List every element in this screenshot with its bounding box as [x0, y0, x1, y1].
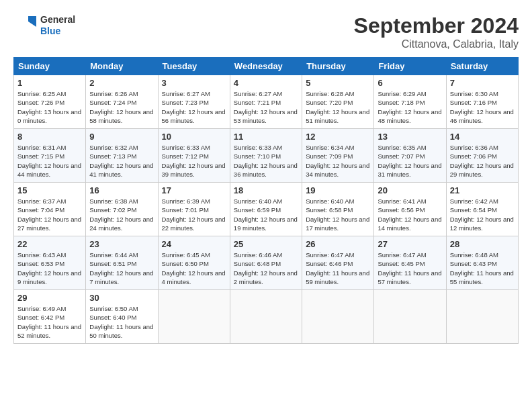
day-info: Sunrise: 6:35 AMSunset: 7:07 PMDaylight:… [378, 143, 442, 179]
logo: General Blue [13, 13, 75, 38]
day-number: 13 [378, 132, 442, 142]
day-number: 14 [450, 132, 515, 142]
calendar-cell [446, 290, 518, 344]
svg-marker-0 [28, 16, 36, 27]
location-title: Cittanova, Calabria, Italy [354, 38, 519, 50]
day-info: Sunrise: 6:47 AMSunset: 6:45 PMDaylight:… [378, 250, 442, 286]
weekday-header-saturday: Saturday [446, 58, 518, 75]
day-number: 29 [17, 293, 82, 303]
day-info: Sunrise: 6:34 AMSunset: 7:09 PMDaylight:… [306, 143, 370, 179]
day-info: Sunrise: 6:44 AMSunset: 6:51 PMDaylight:… [89, 250, 154, 286]
day-number: 19 [306, 185, 370, 195]
calendar-cell: 23Sunrise: 6:44 AMSunset: 6:51 PMDayligh… [86, 236, 158, 290]
weekday-header-friday: Friday [374, 58, 446, 75]
weekday-header-monday: Monday [86, 58, 158, 75]
calendar-cell: 17Sunrise: 6:39 AMSunset: 7:01 PMDayligh… [158, 183, 230, 236]
day-number: 1 [17, 78, 82, 88]
calendar-cell: 24Sunrise: 6:45 AMSunset: 6:50 PMDayligh… [158, 236, 230, 290]
day-info: Sunrise: 6:40 AMSunset: 6:58 PMDaylight:… [306, 197, 370, 232]
day-number: 28 [450, 239, 515, 249]
day-info: Sunrise: 6:50 AMSunset: 6:40 PMDaylight:… [89, 304, 154, 340]
calendar-cell: 26Sunrise: 6:47 AMSunset: 6:46 PMDayligh… [302, 236, 374, 290]
calendar-cell: 5Sunrise: 6:28 AMSunset: 7:20 PMDaylight… [302, 75, 374, 129]
day-info: Sunrise: 6:46 AMSunset: 6:48 PMDaylight:… [234, 250, 298, 286]
day-info: Sunrise: 6:27 AMSunset: 7:21 PMDaylight:… [234, 89, 298, 125]
calendar-cell: 28Sunrise: 6:48 AMSunset: 6:43 PMDayligh… [446, 236, 518, 290]
weekday-header-sunday: Sunday [14, 58, 86, 75]
day-info: Sunrise: 6:48 AMSunset: 6:43 PMDaylight:… [450, 250, 515, 286]
calendar-cell: 25Sunrise: 6:46 AMSunset: 6:48 PMDayligh… [230, 236, 302, 290]
day-info: Sunrise: 6:43 AMSunset: 6:53 PMDaylight:… [17, 250, 82, 286]
calendar-cell [158, 290, 230, 344]
day-info: Sunrise: 6:49 AMSunset: 6:42 PMDaylight:… [17, 304, 82, 340]
day-number: 20 [378, 185, 442, 195]
weekday-header-tuesday: Tuesday [158, 58, 230, 75]
logo-container: General Blue [13, 13, 75, 38]
calendar-cell: 3Sunrise: 6:27 AMSunset: 7:23 PMDaylight… [158, 75, 230, 129]
day-number: 21 [450, 185, 515, 195]
calendar-row-2: 8Sunrise: 6:31 AMSunset: 7:15 PMDaylight… [14, 129, 519, 183]
day-info: Sunrise: 6:36 AMSunset: 7:06 PMDaylight:… [450, 143, 515, 179]
calendar-cell: 29Sunrise: 6:49 AMSunset: 6:42 PMDayligh… [14, 290, 86, 344]
day-info: Sunrise: 6:41 AMSunset: 6:56 PMDaylight:… [378, 197, 442, 232]
logo-text: General Blue [40, 14, 75, 37]
day-number: 30 [89, 293, 154, 303]
calendar-cell: 11Sunrise: 6:33 AMSunset: 7:10 PMDayligh… [230, 129, 302, 183]
day-number: 5 [306, 78, 370, 88]
calendar-cell: 14Sunrise: 6:36 AMSunset: 7:06 PMDayligh… [446, 129, 518, 183]
calendar-cell [302, 290, 374, 344]
day-info: Sunrise: 6:26 AMSunset: 7:24 PMDaylight:… [89, 89, 154, 125]
calendar-cell: 30Sunrise: 6:50 AMSunset: 6:40 PMDayligh… [86, 290, 158, 344]
calendar-cell: 18Sunrise: 6:40 AMSunset: 6:59 PMDayligh… [230, 183, 302, 236]
calendar-cell [230, 290, 302, 344]
day-number: 11 [234, 132, 298, 142]
day-info: Sunrise: 6:33 AMSunset: 7:10 PMDaylight:… [234, 143, 298, 179]
calendar-cell: 13Sunrise: 6:35 AMSunset: 7:07 PMDayligh… [374, 129, 446, 183]
day-number: 22 [17, 239, 82, 249]
day-number: 23 [89, 239, 154, 249]
day-info: Sunrise: 6:30 AMSunset: 7:16 PMDaylight:… [450, 89, 515, 125]
calendar-cell: 12Sunrise: 6:34 AMSunset: 7:09 PMDayligh… [302, 129, 374, 183]
day-info: Sunrise: 6:32 AMSunset: 7:13 PMDaylight:… [89, 143, 154, 179]
day-number: 16 [89, 185, 154, 195]
logo-general: General [40, 14, 75, 26]
calendar-cell: 22Sunrise: 6:43 AMSunset: 6:53 PMDayligh… [14, 236, 86, 290]
day-info: Sunrise: 6:33 AMSunset: 7:12 PMDaylight:… [162, 143, 226, 179]
day-number: 12 [306, 132, 370, 142]
calendar-cell: 21Sunrise: 6:42 AMSunset: 6:54 PMDayligh… [446, 183, 518, 236]
calendar-table: SundayMondayTuesdayWednesdayThursdayFrid… [13, 57, 519, 344]
month-title: September 2024 [354, 13, 519, 38]
weekday-header-wednesday: Wednesday [230, 58, 302, 75]
day-number: 18 [234, 185, 298, 195]
day-number: 8 [17, 132, 82, 142]
day-info: Sunrise: 6:42 AMSunset: 6:54 PMDaylight:… [450, 197, 515, 232]
calendar-cell: 27Sunrise: 6:47 AMSunset: 6:45 PMDayligh… [374, 236, 446, 290]
weekday-header-thursday: Thursday [302, 58, 374, 75]
day-number: 15 [17, 185, 82, 195]
day-info: Sunrise: 6:29 AMSunset: 7:18 PMDaylight:… [378, 89, 442, 125]
weekday-header-row: SundayMondayTuesdayWednesdayThursdayFrid… [14, 58, 519, 75]
day-number: 17 [162, 185, 226, 195]
logo-blue: Blue [40, 26, 75, 37]
day-number: 7 [450, 78, 515, 88]
day-info: Sunrise: 6:31 AMSunset: 7:15 PMDaylight:… [17, 143, 82, 179]
calendar-cell: 7Sunrise: 6:30 AMSunset: 7:16 PMDaylight… [446, 75, 518, 129]
calendar-cell: 2Sunrise: 6:26 AMSunset: 7:24 PMDaylight… [86, 75, 158, 129]
calendar-row-5: 29Sunrise: 6:49 AMSunset: 6:42 PMDayligh… [14, 290, 519, 344]
calendar-cell: 15Sunrise: 6:37 AMSunset: 7:04 PMDayligh… [14, 183, 86, 236]
calendar-cell: 6Sunrise: 6:29 AMSunset: 7:18 PMDaylight… [374, 75, 446, 129]
calendar-row-3: 15Sunrise: 6:37 AMSunset: 7:04 PMDayligh… [14, 183, 519, 236]
day-number: 3 [162, 78, 226, 88]
logo-graphic [13, 13, 38, 38]
day-info: Sunrise: 6:40 AMSunset: 6:59 PMDaylight:… [234, 197, 298, 232]
day-info: Sunrise: 6:25 AMSunset: 7:26 PMDaylight:… [17, 89, 82, 125]
calendar-cell: 19Sunrise: 6:40 AMSunset: 6:58 PMDayligh… [302, 183, 374, 236]
title-section: September 2024 Cittanova, Calabria, Ital… [354, 13, 519, 50]
day-number: 27 [378, 239, 442, 249]
day-info: Sunrise: 6:28 AMSunset: 7:20 PMDaylight:… [306, 89, 370, 125]
calendar-cell: 8Sunrise: 6:31 AMSunset: 7:15 PMDaylight… [14, 129, 86, 183]
day-info: Sunrise: 6:38 AMSunset: 7:02 PMDaylight:… [89, 197, 154, 232]
day-info: Sunrise: 6:45 AMSunset: 6:50 PMDaylight:… [162, 250, 226, 286]
day-info: Sunrise: 6:39 AMSunset: 7:01 PMDaylight:… [162, 197, 226, 232]
day-number: 9 [89, 132, 154, 142]
